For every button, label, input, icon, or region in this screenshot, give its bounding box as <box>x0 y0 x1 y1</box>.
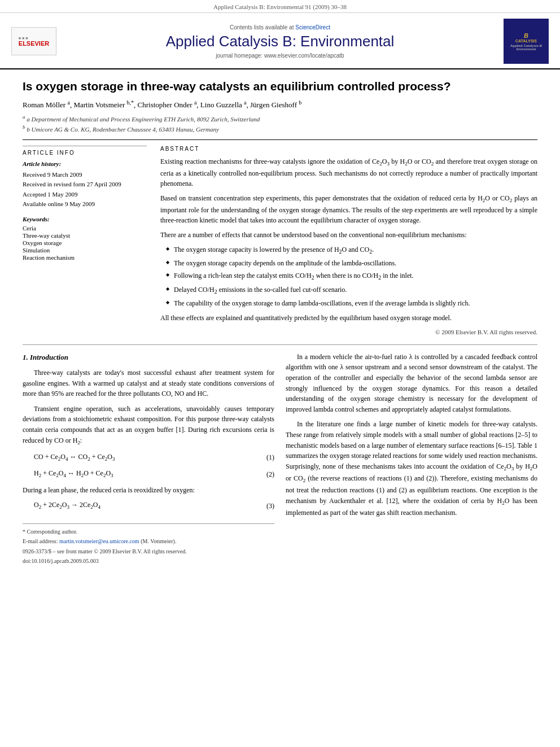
abstract-heading: ABSTRACT <box>160 146 537 152</box>
article-content: Is oxygen storage in three-way catalysts… <box>0 69 560 578</box>
divider-1 <box>23 139 537 140</box>
abstract-p2: Based on transient concentration step ex… <box>160 193 537 225</box>
abstract-p3: There are a number of effects that canno… <box>160 230 537 240</box>
journal-citation: Applied Catalysis B: Environmental 91 (2… <box>213 3 347 10</box>
keyword-simulation: Simulation <box>23 247 147 254</box>
intro-section-title: 1. Introduction <box>23 352 274 363</box>
equation-1: CO + Ce2O4 ↔ CO2 + Ce2O3 (1) <box>34 452 274 464</box>
affiliations: a a Department of Mechanical and Process… <box>23 113 537 134</box>
footer: * Corresponding author. E-mail address: … <box>23 523 274 566</box>
abstract-p4: All these effects are explained and quan… <box>160 313 537 323</box>
catalysis-logo: B CATALYSIS Applied Catalysis B Environm… <box>504 19 549 64</box>
keyword-oxygen: Oxygen storage <box>23 239 147 246</box>
bullet-1: The oxygen storage capacity is lowered b… <box>166 244 537 256</box>
equation-2: H2 + Ce2O4 ↔ H2O + Ce2O3 (2) <box>34 468 274 480</box>
authors-line: Roman Möller a, Martin Votsmeier b,*, Ch… <box>23 99 537 110</box>
journal-homepage: journal homepage: www.elsevier.com/locat… <box>56 53 504 59</box>
body-left-col: 1. Introduction Three-way catalysts are … <box>23 352 274 567</box>
intro-p2: Transient engine operation, such as acce… <box>23 404 274 447</box>
issn-line: 0926-3373/$ – see front matter © 2009 El… <box>23 547 274 556</box>
sciencedirect-anchor[interactable]: ScienceDirect <box>295 24 330 30</box>
equation-3: O2 + 2Ce2O3 → 2Ce2O4 (3) <box>34 500 274 512</box>
eq2-number: (2) <box>266 469 274 480</box>
article-info-col: ARTICLE INFO Article history: Received 9… <box>23 146 147 335</box>
journal-header-center: Contents lists available at ScienceDirec… <box>56 24 504 59</box>
body-columns: 1. Introduction Three-way catalysts are … <box>23 352 537 567</box>
top-bar: Applied Catalysis B: Environmental 91 (2… <box>0 0 560 13</box>
right-p1: In a modern vehicle the air-to-fuel rati… <box>286 352 537 415</box>
divider-2 <box>23 344 537 345</box>
intro-p1: Three-way catalysts are today's most suc… <box>23 368 274 399</box>
revised-date: Received in revised form 27 April 2009 <box>23 180 147 189</box>
eq3-text: O2 + 2Ce2O3 → 2Ce2O4 <box>34 500 100 512</box>
abstract-col: ABSTRACT Existing reaction mechanisms fo… <box>160 146 537 335</box>
keyword-ceria: Ceria <box>23 225 147 231</box>
corresponding-author: * Corresponding author. <box>23 527 274 536</box>
bullet-2: The oxygen storage capacity depends on t… <box>166 258 537 268</box>
bullet-4: Delayed CO/H2 emissions in the so-called… <box>166 285 537 296</box>
article-info-heading: ARTICLE INFO <box>23 150 147 156</box>
accepted-date: Accepted 1 May 2009 <box>23 190 147 199</box>
email-line: E-mail address: martin.votsmeier@eu.umic… <box>23 537 274 546</box>
page-container: Applied Catalysis B: Environmental 91 (2… <box>0 0 560 747</box>
email-link[interactable]: martin.votsmeier@eu.umicore.com <box>59 538 139 544</box>
journal-header: ■ ■ ■ ELSEVIER Contents lists available … <box>0 13 560 69</box>
journal-title: Applied Catalysis B: Environmental <box>56 33 504 50</box>
article-info-section: ARTICLE INFO Article history: Received 9… <box>23 146 147 261</box>
doi-line: doi:10.1016/j.apcatb.2009.05.003 <box>23 557 274 566</box>
eq2-text: H2 + Ce2O4 ↔ H2O + Ce2O3 <box>34 468 113 480</box>
info-abstract-columns: ARTICLE INFO Article history: Received 9… <box>23 146 537 335</box>
elsevier-logo: ■ ■ ■ ELSEVIER <box>11 27 56 55</box>
keywords-section: Keywords: Ceria Three-way catalyst Oxyge… <box>23 216 147 261</box>
abstract-p1: Existing reaction mechanisms for three-w… <box>160 156 537 189</box>
elsevier-label: ELSEVIER <box>19 40 49 47</box>
bullet-3: Following a rich-lean step the catalyst … <box>166 270 537 282</box>
copyright: © 2009 Elsevier B.V. All rights reserved… <box>160 329 537 335</box>
body-right-col: In a modern vehicle the air-to-fuel rati… <box>286 352 537 567</box>
sciencedirect-link: Contents lists available at ScienceDirec… <box>56 24 504 30</box>
eq3-number: (3) <box>266 501 274 512</box>
keyword-reaction: Reaction mechanism <box>23 254 147 261</box>
eq1-text: CO + Ce2O4 ↔ CO2 + Ce2O3 <box>34 452 115 464</box>
eq1-number: (1) <box>266 452 274 463</box>
elsevier-logo-area: ■ ■ ■ ELSEVIER <box>11 27 56 55</box>
article-history-label: Article history: <box>23 160 147 167</box>
bullet-5: The capability of the oxygen storage to … <box>166 298 537 308</box>
lean-phase-text: During a lean phase, the reduced ceria i… <box>23 485 274 496</box>
abstract-bullets: The oxygen storage capacity is lowered b… <box>160 244 537 308</box>
available-date: Available online 9 May 2009 <box>23 200 147 208</box>
received-date: Received 9 March 2009 <box>23 171 147 179</box>
article-title: Is oxygen storage in three-way catalysts… <box>23 78 537 94</box>
keywords-label: Keywords: <box>23 216 147 222</box>
right-p2: In the literature one finds a large numb… <box>286 419 537 518</box>
keyword-twc: Three-way catalyst <box>23 232 147 239</box>
